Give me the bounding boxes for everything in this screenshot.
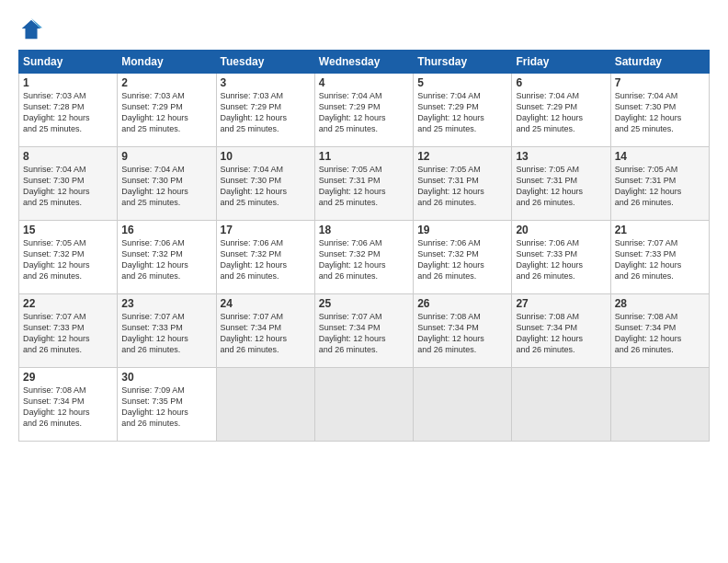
day-cell: 20Sunrise: 7:06 AM Sunset: 7:33 PM Dayli… bbox=[512, 221, 610, 294]
header-cell-thursday: Thursday bbox=[414, 51, 512, 74]
day-info: Sunrise: 7:04 AM Sunset: 7:30 PM Dayligh… bbox=[615, 90, 705, 135]
day-info: Sunrise: 7:07 AM Sunset: 7:33 PM Dayligh… bbox=[615, 237, 705, 282]
day-info: Sunrise: 7:08 AM Sunset: 7:34 PM Dayligh… bbox=[23, 385, 113, 430]
day-number: 11 bbox=[319, 150, 409, 163]
day-cell bbox=[512, 368, 610, 442]
day-cell: 9Sunrise: 7:04 AM Sunset: 7:30 PM Daylig… bbox=[118, 147, 216, 221]
day-info: Sunrise: 7:07 AM Sunset: 7:33 PM Dayligh… bbox=[23, 311, 113, 356]
day-number: 25 bbox=[319, 297, 409, 310]
day-number: 7 bbox=[615, 76, 705, 89]
day-cell: 11Sunrise: 7:05 AM Sunset: 7:31 PM Dayli… bbox=[314, 147, 413, 221]
day-cell: 15Sunrise: 7:05 AM Sunset: 7:32 PM Dayli… bbox=[19, 221, 118, 294]
week-row-3: 15Sunrise: 7:05 AM Sunset: 7:32 PM Dayli… bbox=[19, 221, 710, 294]
day-info: Sunrise: 7:06 AM Sunset: 7:32 PM Dayligh… bbox=[221, 237, 311, 282]
day-cell: 12Sunrise: 7:05 AM Sunset: 7:31 PM Dayli… bbox=[414, 147, 512, 221]
day-number: 15 bbox=[23, 224, 113, 236]
day-cell: 14Sunrise: 7:05 AM Sunset: 7:31 PM Dayli… bbox=[610, 147, 709, 221]
day-cell: 16Sunrise: 7:06 AM Sunset: 7:32 PM Dayli… bbox=[118, 221, 216, 294]
day-cell: 5Sunrise: 7:04 AM Sunset: 7:29 PM Daylig… bbox=[414, 74, 512, 147]
day-info: Sunrise: 7:07 AM Sunset: 7:34 PM Dayligh… bbox=[221, 311, 311, 356]
day-cell: 30Sunrise: 7:09 AM Sunset: 7:35 PM Dayli… bbox=[118, 368, 216, 442]
day-info: Sunrise: 7:04 AM Sunset: 7:30 PM Dayligh… bbox=[121, 164, 211, 209]
day-number: 24 bbox=[221, 297, 311, 310]
week-row-5: 29Sunrise: 7:08 AM Sunset: 7:34 PM Dayli… bbox=[19, 368, 710, 442]
day-number: 8 bbox=[23, 150, 113, 163]
day-cell bbox=[414, 368, 512, 442]
day-cell: 13Sunrise: 7:05 AM Sunset: 7:31 PM Dayli… bbox=[512, 147, 610, 221]
day-cell: 18Sunrise: 7:06 AM Sunset: 7:32 PM Dayli… bbox=[314, 221, 413, 294]
header-row: SundayMondayTuesdayWednesdayThursdayFrid… bbox=[19, 51, 710, 74]
day-number: 13 bbox=[516, 150, 606, 163]
day-cell: 6Sunrise: 7:04 AM Sunset: 7:29 PM Daylig… bbox=[512, 74, 610, 147]
day-number: 3 bbox=[221, 76, 311, 89]
day-cell: 4Sunrise: 7:04 AM Sunset: 7:29 PM Daylig… bbox=[314, 74, 413, 147]
day-cell: 23Sunrise: 7:07 AM Sunset: 7:33 PM Dayli… bbox=[118, 294, 216, 368]
day-cell: 19Sunrise: 7:06 AM Sunset: 7:32 PM Dayli… bbox=[414, 221, 512, 294]
week-row-1: 1Sunrise: 7:03 AM Sunset: 7:28 PM Daylig… bbox=[19, 74, 710, 147]
day-info: Sunrise: 7:04 AM Sunset: 7:30 PM Dayligh… bbox=[221, 164, 311, 209]
day-number: 17 bbox=[221, 224, 311, 236]
day-cell: 27Sunrise: 7:08 AM Sunset: 7:34 PM Dayli… bbox=[512, 294, 610, 368]
day-cell: 2Sunrise: 7:03 AM Sunset: 7:29 PM Daylig… bbox=[118, 74, 216, 147]
day-number: 5 bbox=[417, 76, 507, 89]
day-number: 12 bbox=[417, 150, 507, 163]
day-info: Sunrise: 7:06 AM Sunset: 7:32 PM Dayligh… bbox=[121, 237, 211, 282]
day-info: Sunrise: 7:09 AM Sunset: 7:35 PM Dayligh… bbox=[121, 385, 211, 430]
day-info: Sunrise: 7:05 AM Sunset: 7:32 PM Dayligh… bbox=[23, 237, 113, 282]
day-cell: 29Sunrise: 7:08 AM Sunset: 7:34 PM Dayli… bbox=[19, 368, 118, 442]
day-number: 9 bbox=[121, 150, 211, 163]
day-cell: 3Sunrise: 7:03 AM Sunset: 7:29 PM Daylig… bbox=[216, 74, 314, 147]
day-number: 18 bbox=[319, 224, 409, 236]
day-info: Sunrise: 7:07 AM Sunset: 7:33 PM Dayligh… bbox=[121, 311, 211, 356]
header-cell-saturday: Saturday bbox=[610, 51, 709, 74]
day-number: 22 bbox=[23, 297, 113, 310]
day-cell: 26Sunrise: 7:08 AM Sunset: 7:34 PM Dayli… bbox=[414, 294, 512, 368]
day-number: 28 bbox=[615, 297, 705, 310]
day-info: Sunrise: 7:06 AM Sunset: 7:33 PM Dayligh… bbox=[516, 237, 606, 282]
day-cell: 28Sunrise: 7:08 AM Sunset: 7:34 PM Dayli… bbox=[610, 294, 709, 368]
day-number: 6 bbox=[516, 76, 606, 89]
header-cell-sunday: Sunday bbox=[19, 51, 118, 74]
header-cell-tuesday: Tuesday bbox=[216, 51, 314, 74]
day-number: 4 bbox=[319, 76, 409, 89]
day-cell: 17Sunrise: 7:06 AM Sunset: 7:32 PM Dayli… bbox=[216, 221, 314, 294]
day-number: 29 bbox=[23, 371, 113, 384]
day-cell bbox=[314, 368, 413, 442]
day-info: Sunrise: 7:06 AM Sunset: 7:32 PM Dayligh… bbox=[319, 237, 409, 282]
day-info: Sunrise: 7:06 AM Sunset: 7:32 PM Dayligh… bbox=[417, 237, 507, 282]
header-cell-friday: Friday bbox=[512, 51, 610, 74]
day-number: 23 bbox=[121, 297, 211, 310]
day-number: 10 bbox=[221, 150, 311, 163]
day-number: 1 bbox=[23, 76, 113, 89]
day-cell bbox=[216, 368, 314, 442]
day-number: 14 bbox=[615, 150, 705, 163]
day-info: Sunrise: 7:08 AM Sunset: 7:34 PM Dayligh… bbox=[417, 311, 507, 356]
day-info: Sunrise: 7:05 AM Sunset: 7:31 PM Dayligh… bbox=[615, 164, 705, 209]
day-number: 26 bbox=[417, 297, 507, 310]
day-info: Sunrise: 7:03 AM Sunset: 7:29 PM Dayligh… bbox=[221, 90, 311, 135]
day-info: Sunrise: 7:04 AM Sunset: 7:29 PM Dayligh… bbox=[319, 90, 409, 135]
day-info: Sunrise: 7:03 AM Sunset: 7:28 PM Dayligh… bbox=[23, 90, 113, 135]
day-number: 20 bbox=[516, 224, 606, 236]
day-info: Sunrise: 7:08 AM Sunset: 7:34 PM Dayligh… bbox=[615, 311, 705, 356]
header-cell-monday: Monday bbox=[118, 51, 216, 74]
header bbox=[18, 17, 710, 42]
day-info: Sunrise: 7:07 AM Sunset: 7:34 PM Dayligh… bbox=[319, 311, 409, 356]
day-number: 19 bbox=[417, 224, 507, 236]
day-number: 21 bbox=[615, 224, 705, 236]
day-cell: 25Sunrise: 7:07 AM Sunset: 7:34 PM Dayli… bbox=[314, 294, 413, 368]
day-info: Sunrise: 7:08 AM Sunset: 7:34 PM Dayligh… bbox=[516, 311, 606, 356]
week-row-2: 8Sunrise: 7:04 AM Sunset: 7:30 PM Daylig… bbox=[19, 147, 710, 221]
header-cell-wednesday: Wednesday bbox=[314, 51, 413, 74]
day-info: Sunrise: 7:03 AM Sunset: 7:29 PM Dayligh… bbox=[121, 90, 211, 135]
day-info: Sunrise: 7:04 AM Sunset: 7:29 PM Dayligh… bbox=[516, 90, 606, 135]
logo bbox=[18, 17, 48, 42]
day-cell: 8Sunrise: 7:04 AM Sunset: 7:30 PM Daylig… bbox=[19, 147, 118, 221]
day-number: 16 bbox=[121, 224, 211, 236]
day-cell bbox=[610, 368, 709, 442]
logo-icon bbox=[18, 17, 44, 42]
day-info: Sunrise: 7:04 AM Sunset: 7:30 PM Dayligh… bbox=[23, 164, 113, 209]
day-cell: 1Sunrise: 7:03 AM Sunset: 7:28 PM Daylig… bbox=[19, 74, 118, 147]
day-info: Sunrise: 7:05 AM Sunset: 7:31 PM Dayligh… bbox=[319, 164, 409, 209]
day-cell: 10Sunrise: 7:04 AM Sunset: 7:30 PM Dayli… bbox=[216, 147, 314, 221]
